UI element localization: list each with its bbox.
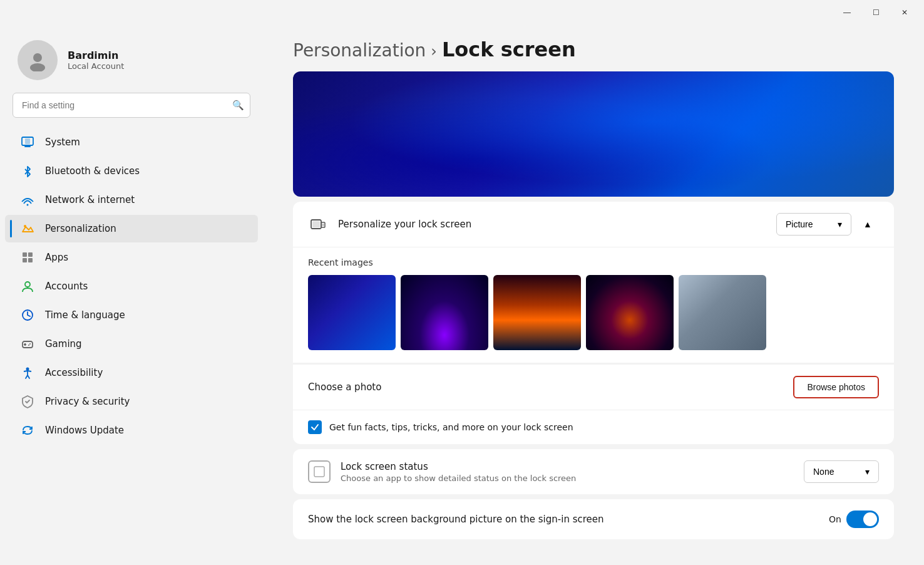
- sidebar-item-privacy[interactable]: Privacy & security: [5, 388, 258, 415]
- gaming-icon: [20, 336, 35, 351]
- profile-name: Bardimin: [68, 49, 124, 61]
- sidebar-item-label: Bluetooth & devices: [45, 165, 140, 177]
- sidebar-item-network[interactable]: Network & internet: [5, 186, 258, 214]
- svg-rect-7: [23, 252, 27, 257]
- accounts-icon: [20, 279, 35, 294]
- app-container: Bardimin Local Account 🔍 System: [0, 25, 924, 565]
- personalize-control: Picture ▾ ▲: [776, 213, 879, 236]
- personalize-row: Personalize your lock screen Picture ▾ ▲: [293, 202, 894, 247]
- bluetooth-icon: [20, 163, 35, 179]
- status-control: None ▾: [804, 460, 879, 483]
- lock-status-card: Lock screen status Choose an app to show…: [293, 449, 894, 494]
- sidebar-item-personalization[interactable]: Personalization: [5, 215, 258, 242]
- network-icon: [20, 192, 35, 207]
- browse-photos-button[interactable]: Browse photos: [793, 376, 879, 398]
- update-icon: [20, 423, 35, 438]
- profile-sub: Local Account: [68, 61, 124, 71]
- lock-status-row: Lock screen status Choose an app to show…: [293, 449, 894, 494]
- thumbnail-1[interactable]: [308, 275, 396, 350]
- title-bar: — ☐ ✕: [0, 0, 924, 25]
- thumbnail-3[interactable]: [493, 275, 581, 350]
- time-icon: [20, 308, 35, 323]
- sidebar-item-label: Gaming: [45, 338, 82, 350]
- profile-section[interactable]: Bardimin Local Account: [0, 25, 263, 93]
- sidebar-item-bluetooth[interactable]: Bluetooth & devices: [5, 157, 258, 185]
- svg-rect-22: [322, 224, 324, 226]
- sidebar-item-apps[interactable]: Apps: [5, 244, 258, 271]
- svg-rect-9: [23, 258, 27, 262]
- personalize-card: Personalize your lock screen Picture ▾ ▲: [293, 202, 894, 247]
- sidebar-item-label: Privacy & security: [45, 396, 130, 407]
- choose-photo-row: Choose a photo Browse photos: [293, 364, 894, 410]
- sidebar-item-accounts[interactable]: Accounts: [5, 272, 258, 300]
- sidebar-item-update[interactable]: Windows Update: [5, 417, 258, 444]
- close-button[interactable]: ✕: [890, 3, 919, 23]
- minimize-button[interactable]: —: [833, 3, 861, 23]
- breadcrumb-chevron: ›: [431, 43, 437, 60]
- status-value: None: [813, 467, 834, 477]
- lock-screen-preview: [293, 71, 894, 197]
- personalization-icon: [20, 221, 35, 236]
- sidebar-item-system[interactable]: System: [5, 128, 258, 156]
- thumbnail-4[interactable]: [586, 275, 674, 350]
- thumbnail-2[interactable]: [401, 275, 488, 350]
- svg-rect-20: [312, 221, 320, 227]
- accessibility-icon: [20, 365, 35, 380]
- svg-point-0: [33, 53, 42, 62]
- status-dropdown[interactable]: None ▾: [804, 460, 879, 483]
- profile-info: Bardimin Local Account: [68, 49, 124, 71]
- breadcrumb-current: Lock screen: [442, 38, 576, 61]
- svg-point-5: [27, 204, 29, 206]
- sidebar: Bardimin Local Account 🔍 System: [0, 25, 263, 565]
- svg-point-16: [29, 343, 31, 345]
- lock-screen-icon: [308, 214, 328, 234]
- sidebar-item-label: Apps: [45, 252, 68, 263]
- sidebar-item-label: Accessibility: [45, 367, 103, 378]
- tips-checkbox-row: Get fun facts, tips, tricks, and more on…: [293, 410, 894, 444]
- status-desc: Choose an app to show detailed status on…: [341, 474, 804, 483]
- sidebar-item-label: System: [45, 137, 80, 148]
- sidebar-item-label: Windows Update: [45, 425, 124, 436]
- on-label: On: [829, 514, 841, 524]
- window-controls: — ☐ ✕: [833, 3, 919, 23]
- sidebar-item-label: Personalization: [45, 223, 116, 234]
- svg-rect-23: [314, 467, 324, 477]
- sidebar-item-accessibility[interactable]: Accessibility: [5, 359, 258, 386]
- recent-images-section: Recent images: [293, 247, 894, 363]
- page-header: Personalization › Lock screen: [263, 25, 924, 71]
- recent-images-label: Recent images: [308, 257, 879, 267]
- collapse-button[interactable]: ▲: [856, 213, 879, 236]
- sidebar-item-label: Time & language: [45, 309, 125, 321]
- tips-checkbox[interactable]: [308, 420, 322, 434]
- thumbnail-5[interactable]: [679, 275, 766, 350]
- svg-rect-3: [24, 146, 31, 147]
- svg-rect-4: [25, 138, 30, 144]
- avatar: [18, 40, 58, 80]
- sidebar-item-time[interactable]: Time & language: [5, 301, 258, 329]
- breadcrumb-parent: Personalization: [293, 40, 426, 61]
- sidebar-item-gaming[interactable]: Gaming: [5, 330, 258, 358]
- search-box: 🔍: [13, 93, 250, 118]
- search-input[interactable]: [13, 93, 250, 118]
- svg-rect-8: [28, 252, 33, 257]
- dropdown-chevron-icon: ▾: [838, 219, 842, 229]
- sign-in-toggle[interactable]: [846, 511, 879, 528]
- main-content: Personalization › Lock screen Personaliz…: [263, 25, 924, 565]
- system-icon: [20, 135, 35, 150]
- sidebar-item-label: Network & internet: [45, 194, 135, 205]
- svg-point-17: [28, 345, 29, 346]
- privacy-icon: [20, 394, 35, 409]
- svg-point-1: [30, 63, 45, 71]
- svg-rect-10: [28, 258, 33, 262]
- maximize-button[interactable]: ☐: [861, 3, 890, 23]
- svg-point-18: [26, 368, 29, 371]
- search-icon[interactable]: 🔍: [232, 100, 244, 111]
- personalize-dropdown[interactable]: Picture ▾: [776, 213, 851, 236]
- sign-in-label: Show the lock screen background picture …: [308, 514, 829, 525]
- sign-in-row: Show the lock screen background picture …: [293, 499, 894, 539]
- sidebar-item-label: Accounts: [45, 281, 88, 292]
- apps-icon: [20, 250, 35, 265]
- svg-point-11: [25, 282, 30, 287]
- tips-label: Get fun facts, tips, tricks, and more on…: [329, 422, 573, 432]
- status-info: Lock screen status Choose an app to show…: [341, 461, 804, 483]
